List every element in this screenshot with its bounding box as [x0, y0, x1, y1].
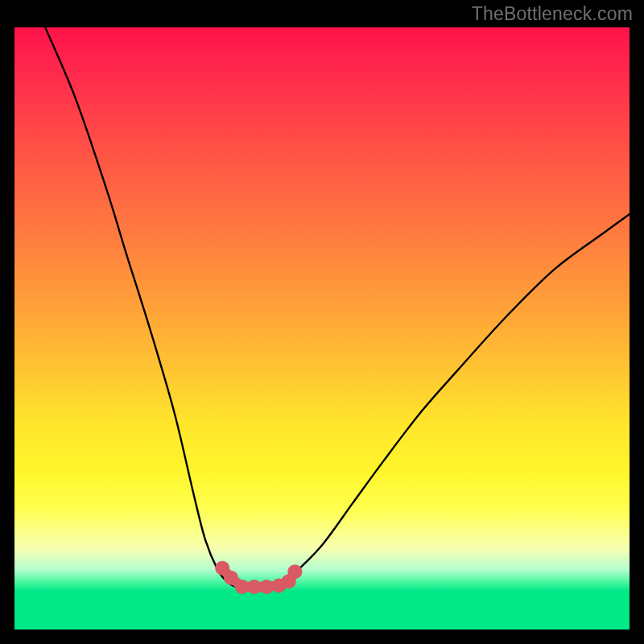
chart-gradient-background	[14, 27, 630, 630]
chart-svg	[14, 27, 630, 630]
marker-dot	[259, 580, 274, 594]
chart-frame	[10, 23, 634, 634]
watermark-text: TheBottleneck.com	[472, 3, 633, 25]
bottleneck-curve-line	[45, 27, 630, 588]
marker-dot	[287, 564, 302, 579]
bottleneck-marker-dots	[215, 561, 302, 594]
